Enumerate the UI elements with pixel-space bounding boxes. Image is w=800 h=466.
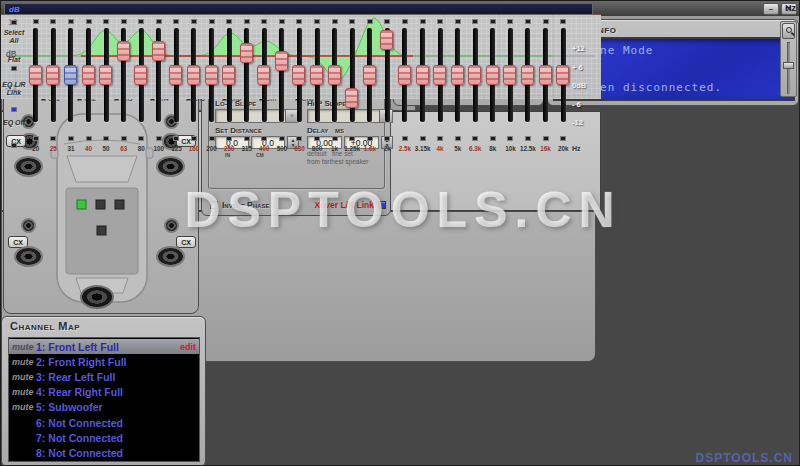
eq-lr-link-toggle[interactable] bbox=[11, 107, 17, 112]
zoom-button[interactable] bbox=[782, 23, 795, 39]
eq-slider-thumb[interactable] bbox=[257, 65, 270, 85]
channel-map-row[interactable]: mute 2: Front Right Full edit bbox=[9, 354, 199, 369]
eq-slider-thumb[interactable] bbox=[187, 65, 200, 85]
mute-tag[interactable]: mute bbox=[12, 372, 36, 382]
eq-slider-thumb[interactable] bbox=[46, 65, 59, 85]
eq-band-slider[interactable] bbox=[262, 28, 267, 122]
eq-slider-thumb[interactable] bbox=[64, 65, 77, 85]
mute-tag[interactable]: mute bbox=[12, 342, 36, 352]
eq-slider-thumb[interactable] bbox=[416, 65, 429, 85]
eq-band-frequency: 500 bbox=[273, 145, 291, 152]
flat-button[interactable] bbox=[11, 66, 17, 71]
listening-position[interactable] bbox=[115, 200, 124, 209]
eq-slider-thumb[interactable] bbox=[556, 65, 569, 85]
mute-tag[interactable]: mute bbox=[12, 357, 36, 367]
channel-map-row[interactable]: 6: Not Connected edit bbox=[9, 415, 199, 430]
eq-band-slider[interactable] bbox=[279, 28, 284, 122]
eq-band-slider[interactable] bbox=[121, 28, 126, 122]
listening-position[interactable] bbox=[96, 200, 105, 209]
eq-slider-thumb[interactable] bbox=[205, 65, 218, 85]
eq-slider-thumb[interactable] bbox=[29, 65, 42, 85]
eq-slider-thumb[interactable] bbox=[503, 65, 516, 85]
subwoofer-icon[interactable] bbox=[80, 285, 114, 309]
listening-position-selected[interactable] bbox=[77, 200, 86, 209]
eq-slider-thumb[interactable] bbox=[468, 65, 481, 85]
eq-band-slider[interactable] bbox=[385, 28, 390, 122]
channel-map-row[interactable]: mute 3: Rear Left Full edit bbox=[9, 369, 199, 384]
eq-band-slider[interactable] bbox=[543, 28, 548, 122]
eq-slider-thumb[interactable] bbox=[486, 65, 499, 85]
mute-tag[interactable]: mute bbox=[12, 387, 36, 397]
eq-band-slider[interactable] bbox=[191, 28, 196, 122]
channel-map-row[interactable]: mute 1: Front Left Full edit bbox=[9, 339, 199, 354]
eq-slider-thumb[interactable] bbox=[275, 51, 288, 71]
eq-slider-thumb[interactable] bbox=[363, 65, 376, 85]
eq-band-slider[interactable] bbox=[227, 28, 232, 122]
eq-band-column: 315 bbox=[238, 15, 256, 150]
eq-band-slider[interactable] bbox=[420, 28, 425, 122]
eq-band-slider[interactable] bbox=[68, 28, 73, 122]
eq-band-frequency: 250 bbox=[220, 145, 238, 152]
eq-slider-thumb[interactable] bbox=[117, 41, 130, 61]
eq-band-slider[interactable] bbox=[86, 28, 91, 122]
woofer-icon[interactable] bbox=[156, 246, 185, 267]
graph-zoom-thumb[interactable] bbox=[783, 62, 794, 69]
eq-band-slider[interactable] bbox=[297, 28, 302, 122]
eq-band-slider[interactable] bbox=[104, 28, 109, 122]
eq-slider-thumb[interactable] bbox=[222, 65, 235, 85]
eq-band-slider[interactable] bbox=[350, 28, 355, 122]
woofer-icon[interactable] bbox=[14, 246, 43, 267]
eq-band-slider[interactable] bbox=[33, 28, 38, 122]
eq-band-slider[interactable] bbox=[332, 28, 337, 122]
listening-position[interactable] bbox=[97, 226, 106, 235]
eq-band-slider[interactable] bbox=[315, 28, 320, 122]
eq-band-slider[interactable] bbox=[561, 28, 566, 122]
eq-off-button[interactable] bbox=[11, 143, 17, 148]
eq-slider-thumb[interactable] bbox=[82, 65, 95, 85]
eq-slider-thumb[interactable] bbox=[240, 43, 253, 63]
eq-slider-thumb[interactable] bbox=[539, 65, 552, 85]
eq-slider-thumb[interactable] bbox=[310, 65, 323, 85]
eq-slider-thumb[interactable] bbox=[521, 65, 534, 85]
eq-slider-thumb[interactable] bbox=[380, 30, 393, 50]
invert-phase-checkbox[interactable] bbox=[210, 201, 218, 209]
eq-band-slider[interactable] bbox=[209, 28, 214, 122]
channel-map-row[interactable]: 8: Not Connected edit bbox=[9, 445, 199, 460]
woofer-icon[interactable] bbox=[14, 156, 43, 177]
eq-slider-thumb[interactable] bbox=[134, 65, 147, 85]
tweeter-icon[interactable] bbox=[164, 218, 179, 233]
eq-band-slider[interactable] bbox=[174, 28, 179, 122]
cx-badge[interactable]: CX bbox=[176, 236, 196, 248]
eq-band-slider[interactable] bbox=[525, 28, 530, 122]
tweeter-icon[interactable] bbox=[21, 218, 36, 233]
eq-band-slider[interactable] bbox=[473, 28, 478, 122]
mute-tag[interactable]: mute bbox=[12, 402, 36, 412]
channel-map-row[interactable]: mute 4: Rear Right Full edit bbox=[9, 385, 199, 400]
select-all-led-icon[interactable] bbox=[11, 20, 17, 25]
eq-slider-thumb[interactable] bbox=[152, 41, 165, 61]
eq-band-slider[interactable] bbox=[438, 28, 443, 122]
xover-link-toggle[interactable] bbox=[378, 201, 386, 209]
channel-map-row[interactable]: mute 5: Subwoofer edit bbox=[9, 400, 199, 415]
eq-band-slider[interactable] bbox=[367, 28, 372, 122]
eq-slider-thumb[interactable] bbox=[169, 65, 182, 85]
eq-band-led-icon bbox=[472, 19, 478, 24]
eq-slider-thumb[interactable] bbox=[433, 65, 446, 85]
eq-slider-thumb[interactable] bbox=[328, 65, 341, 85]
eq-band-slider[interactable] bbox=[508, 28, 513, 122]
eq-slider-thumb[interactable] bbox=[345, 88, 358, 108]
channel-map-row[interactable]: 7: Not Connected edit bbox=[9, 430, 199, 445]
eq-band-slider[interactable] bbox=[139, 28, 144, 122]
eq-slider-thumb[interactable] bbox=[398, 65, 411, 85]
eq-slider-thumb[interactable] bbox=[99, 65, 112, 85]
eq-band-slider[interactable] bbox=[244, 28, 249, 122]
eq-slider-thumb[interactable] bbox=[292, 65, 305, 85]
eq-band-slider[interactable] bbox=[490, 28, 495, 122]
eq-slider-thumb[interactable] bbox=[451, 65, 464, 85]
eq-band-slider[interactable] bbox=[402, 28, 407, 122]
eq-band-slider[interactable] bbox=[51, 28, 56, 122]
eq-band-slider[interactable] bbox=[455, 28, 460, 122]
edit-link[interactable]: edit bbox=[180, 342, 196, 352]
woofer-icon[interactable] bbox=[156, 156, 185, 177]
eq-band-slider[interactable] bbox=[156, 28, 161, 122]
